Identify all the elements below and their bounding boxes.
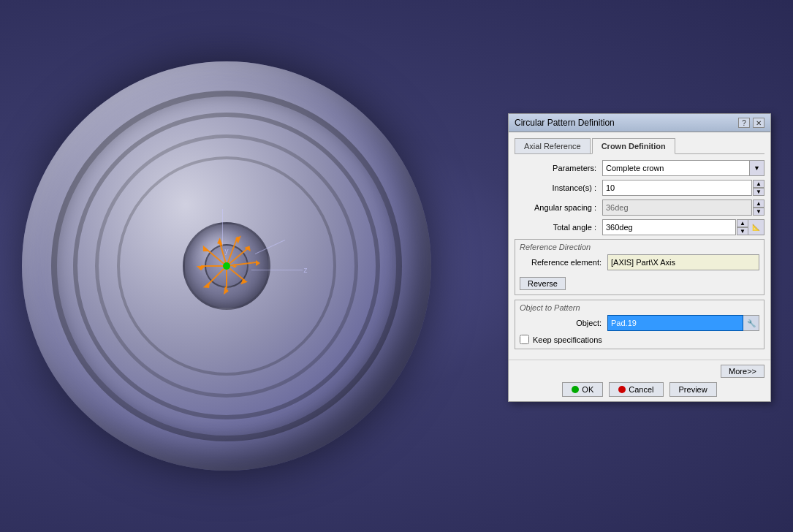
ok-dot	[572, 386, 579, 393]
total-angle-spinner: ▲ ▼	[737, 219, 748, 235]
reference-direction-title: Reference Direction	[520, 243, 759, 251]
preview-label: Preview	[679, 385, 707, 394]
ref-element-row: Reference element:	[520, 254, 759, 270]
svg-marker-13	[203, 281, 213, 290]
instances-spinner-down[interactable]: ▼	[753, 188, 764, 196]
svg-line-4	[208, 266, 227, 284]
angular-spacing-input[interactable]	[602, 200, 752, 216]
object-input-wrap: 🔧	[607, 315, 759, 331]
instances-input-wrap: ▲ ▼	[602, 180, 764, 196]
cancel-dot	[618, 386, 626, 393]
dialog-content: Axial Reference Crown Definition Paramet…	[509, 132, 770, 360]
ok-button[interactable]: OK	[562, 382, 603, 397]
keep-specs-checkbox[interactable]	[520, 335, 529, 344]
object-label: Object:	[520, 319, 607, 327]
total-angle-row: Total angle : ▲ ▼ 📐	[515, 219, 764, 235]
instances-input[interactable]	[602, 180, 752, 196]
reference-direction-section: Reference Direction Reference element: R…	[515, 239, 764, 295]
more-btn-row: More>>	[515, 365, 764, 378]
tab-crown-definition[interactable]: Crown Definition	[592, 138, 675, 154]
svg-marker-10	[256, 260, 260, 266]
tab-bar: Axial Reference Crown Definition	[515, 138, 764, 154]
total-angle-icon-btn[interactable]: 📐	[748, 219, 764, 235]
more-button[interactable]: More>>	[721, 365, 764, 378]
dialog-titlebar: Circular Pattern Definition ? ✕	[509, 114, 770, 132]
total-angle-spinner-up[interactable]: ▲	[737, 219, 748, 227]
angular-spacing-row: Angular spacing : ▲ ▼	[515, 200, 764, 216]
object-input[interactable]	[607, 315, 743, 331]
preview-button[interactable]: Preview	[669, 382, 717, 397]
total-angle-input[interactable]	[602, 219, 736, 235]
ref-element-input-wrap	[607, 254, 759, 270]
help-button[interactable]: ?	[738, 118, 750, 128]
action-buttons: OK Cancel Preview	[515, 382, 764, 397]
parameters-input[interactable]	[602, 160, 750, 176]
object-pattern-title: Object to Pattern	[520, 303, 759, 312]
svg-text:+: +	[232, 262, 237, 270]
disc-model: + z y	[22, 61, 431, 471]
total-angle-spinner-down[interactable]: ▼	[737, 227, 748, 235]
circular-pattern-dialog: Circular Pattern Definition ? ✕ Axial Re…	[508, 113, 771, 402]
parameters-input-wrap: ▼	[602, 160, 764, 176]
angular-spacing-spinner-up[interactable]: ▲	[753, 200, 764, 208]
instances-label: Instance(s) :	[515, 183, 602, 192]
x-axis-line: z	[251, 266, 308, 274]
angular-spacing-spinner-down[interactable]: ▼	[753, 208, 764, 216]
object-row: Object: 🔧	[520, 315, 759, 331]
object-pattern-section: Object to Pattern Object: 🔧 Keep specifi…	[515, 300, 764, 349]
parameters-row: Parameters: ▼	[515, 160, 764, 176]
total-angle-input-wrap: ▲ ▼ 📐	[602, 219, 764, 235]
keep-specs-row: Keep specifications	[520, 335, 759, 344]
parameters-dropdown-btn[interactable]: ▼	[750, 160, 764, 176]
close-button[interactable]: ✕	[753, 118, 764, 128]
angular-spacing-input-wrap: ▲ ▼	[602, 200, 764, 216]
dialog-bottom: More>> OK Cancel Preview	[509, 360, 770, 401]
instances-spinner: ▲ ▼	[753, 180, 764, 196]
angular-spacing-spinner: ▲ ▼	[753, 200, 764, 216]
ref-element-label: Reference element:	[520, 258, 607, 267]
cancel-button[interactable]: Cancel	[609, 382, 663, 397]
svg-marker-14	[197, 266, 205, 270]
angular-spacing-label: Angular spacing :	[515, 203, 602, 212]
ok-label: OK	[582, 385, 593, 394]
keep-specs-label: Keep specifications	[533, 335, 602, 344]
parameters-label: Parameters:	[515, 164, 602, 172]
dialog-title: Circular Pattern Definition	[515, 118, 615, 128]
ref-element-input[interactable]	[607, 254, 759, 270]
dialog-controls: ? ✕	[738, 118, 764, 128]
svg-point-18	[223, 262, 230, 270]
y-axis-line: y	[222, 209, 228, 256]
total-angle-label: Total angle :	[515, 223, 602, 232]
reverse-button[interactable]: Reverse	[520, 277, 566, 290]
tab-axial-reference[interactable]: Axial Reference	[515, 138, 591, 153]
cancel-label: Cancel	[629, 385, 653, 394]
object-icon-btn[interactable]: 🔧	[743, 315, 759, 331]
instances-row: Instance(s) : ▲ ▼	[515, 180, 764, 196]
instances-spinner-up[interactable]: ▲	[753, 180, 764, 188]
